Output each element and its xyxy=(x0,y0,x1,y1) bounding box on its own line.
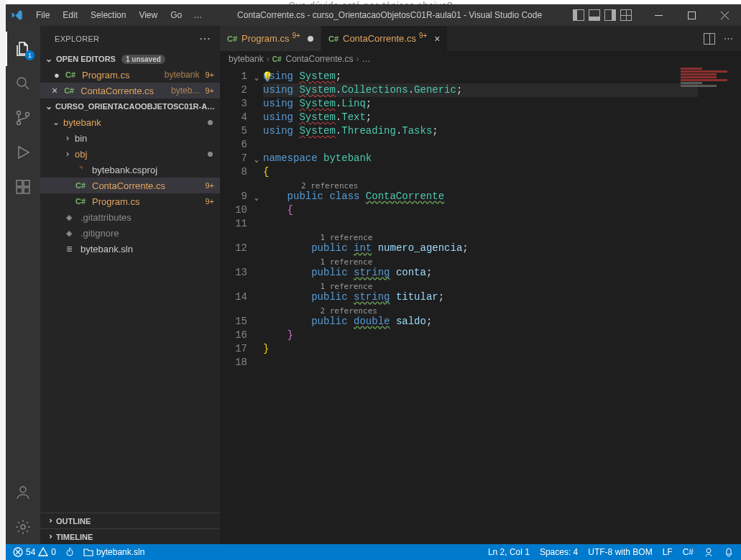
explorer-badge: 1 xyxy=(25,50,34,60)
svg-point-4 xyxy=(17,121,21,125)
status-notifications[interactable] xyxy=(724,547,734,557)
maximize-button[interactable] xyxy=(675,4,708,26)
tree-file[interactable]: ≣bytebank.sln xyxy=(40,241,220,257)
more-actions-icon[interactable]: ⋯ xyxy=(724,33,734,44)
code-line[interactable]: public double saldo; xyxy=(263,315,698,329)
menu-more[interactable]: … xyxy=(189,7,206,23)
customize-layout-icon[interactable] xyxy=(620,9,632,21)
chevron-right-icon: ⌄ xyxy=(45,533,54,541)
code-editor[interactable]: 1⌄💡234567⌄89⌄101112131415161718 using Sy… xyxy=(220,67,741,544)
code-line[interactable]: } xyxy=(263,342,698,356)
extensions-icon xyxy=(14,178,32,196)
menu-selection[interactable]: Selection xyxy=(85,7,132,23)
timeline-label: TIMELINE xyxy=(56,533,93,541)
tree-file[interactable]: ◆.gitattributes xyxy=(40,209,220,225)
status-indentation[interactable]: Spaces: 4 xyxy=(540,547,578,557)
code-line[interactable] xyxy=(263,217,698,231)
status-eol[interactable]: LF xyxy=(663,547,673,557)
svg-rect-8 xyxy=(24,188,29,193)
minimap[interactable] xyxy=(681,67,731,96)
activity-source-control[interactable] xyxy=(6,101,40,135)
menu-view[interactable]: View xyxy=(133,7,163,23)
code-line[interactable]: { xyxy=(263,165,698,179)
tree-folder[interactable]: ⌄bytebank xyxy=(40,114,220,130)
toggle-secondary-sidebar-icon[interactable] xyxy=(604,9,616,21)
close-editor-icon[interactable]: × xyxy=(52,85,57,96)
tree-file[interactable]: ⌝bytebank.csproj xyxy=(40,162,220,178)
code-line[interactable]: using System.Text; xyxy=(263,111,698,124)
activity-search[interactable] xyxy=(6,66,40,101)
status-problems[interactable]: 54 0 xyxy=(13,547,56,557)
menu-go[interactable]: Go xyxy=(165,7,188,23)
code-line[interactable] xyxy=(263,138,698,152)
chevron-right-icon: ⌄ xyxy=(45,517,54,525)
svg-rect-9 xyxy=(24,180,29,186)
status-live-server[interactable] xyxy=(65,547,75,557)
code-line[interactable]: using System.Collections.Generic; xyxy=(263,83,698,97)
sidebar-header: EXPLORER ⋯ xyxy=(40,26,220,51)
activity-extensions[interactable] xyxy=(6,170,40,204)
open-editors-section[interactable]: ⌄ OPEN EDITORS 1 unsaved xyxy=(40,51,220,67)
open-editor-item[interactable]: × C# ContaCorrente.cs byteb... 9+ xyxy=(40,83,220,98)
timeline-section[interactable]: ⌄ TIMELINE xyxy=(40,528,220,544)
account-icon xyxy=(14,484,32,501)
status-encoding[interactable]: UTF-8 with BOM xyxy=(588,547,652,557)
sidebar-title: EXPLORER xyxy=(55,35,99,43)
codelens[interactable]: 1 reference xyxy=(263,255,698,266)
tree-file[interactable]: C#ContaCorrente.cs9+ xyxy=(40,178,220,193)
vertical-scrollbar[interactable] xyxy=(731,67,741,544)
csproj-icon: ⌝ xyxy=(75,165,86,175)
toggle-primary-sidebar-icon[interactable] xyxy=(573,9,584,21)
menu-edit[interactable]: Edit xyxy=(57,7,83,23)
code-line[interactable]: } xyxy=(263,329,698,342)
crumb-root[interactable]: bytebank xyxy=(229,54,264,64)
tab-name: ContaCorrente.cs xyxy=(343,33,416,44)
open-editor-item[interactable]: ● C# Program.cs bytebank 9+ xyxy=(40,67,220,83)
problems-badge: 9+ xyxy=(293,32,300,40)
code-line[interactable]: using System; xyxy=(263,70,698,83)
codelens[interactable]: 1 reference xyxy=(263,231,698,242)
toggle-panel-icon[interactable] xyxy=(589,9,600,21)
code-line[interactable]: public int numero_agencia; xyxy=(263,242,698,255)
close-tab-icon[interactable]: × xyxy=(434,33,440,45)
code-line[interactable]: public class ContaCorrente xyxy=(263,190,698,203)
close-button[interactable] xyxy=(708,4,741,26)
code-line[interactable]: using System.Linq; xyxy=(263,97,698,111)
codelens[interactable]: 1 reference xyxy=(263,280,698,290)
code-line[interactable]: namespace bytebank xyxy=(263,152,698,165)
item-label: bin xyxy=(75,133,214,144)
activity-run-debug[interactable] xyxy=(6,135,40,170)
activity-settings[interactable] xyxy=(6,510,40,544)
breadcrumb[interactable]: bytebank › C# ContaCorrente.cs › … xyxy=(220,51,741,67)
activity-accounts[interactable] xyxy=(6,475,40,510)
code-line[interactable]: public string conta; xyxy=(263,266,698,280)
outline-section[interactable]: ⌄ OUTLINE xyxy=(40,513,220,528)
sidebar-more-icon[interactable]: ⋯ xyxy=(199,32,211,45)
status-solution[interactable]: bytebank.sln xyxy=(83,547,144,557)
editor-tab[interactable]: C# Program.cs 9+ xyxy=(220,26,321,51)
solution-icon: ≣ xyxy=(63,244,75,254)
code-line[interactable] xyxy=(263,356,698,369)
status-language[interactable]: C# xyxy=(683,547,694,557)
codelens[interactable]: 2 references xyxy=(263,304,698,315)
code-line[interactable]: using System.Threading.Tasks; xyxy=(263,124,698,138)
tree-folder[interactable]: ›obj xyxy=(40,146,220,162)
minimize-button[interactable] xyxy=(642,4,675,26)
item-label: bytebank.sln xyxy=(80,244,214,254)
codelens[interactable]: 2 references xyxy=(263,179,698,190)
tree-file[interactable]: ◆.gitignore xyxy=(40,225,220,241)
menu-file[interactable]: File xyxy=(30,7,55,23)
status-feedback[interactable] xyxy=(704,547,714,557)
editor-tab[interactable]: C# ContaCorrente.cs 9+ × xyxy=(321,26,448,51)
workspace-section[interactable]: ⌄ CURSO_ORIENTACAOOBJETOSC01R-AULA... xyxy=(40,98,220,114)
status-cursor-position[interactable]: Ln 2, Col 1 xyxy=(488,547,530,557)
code-content[interactable]: using System;using System.Collections.Ge… xyxy=(263,70,698,369)
split-editor-icon[interactable] xyxy=(704,33,715,45)
activity-explorer[interactable]: 1 xyxy=(6,32,40,66)
code-line[interactable]: { xyxy=(263,203,698,217)
outline-label: OUTLINE xyxy=(56,517,91,525)
tree-folder[interactable]: ›bin xyxy=(40,130,220,146)
crumb-file[interactable]: ContaCorrente.cs xyxy=(286,54,354,64)
code-line[interactable]: public string titular; xyxy=(263,290,698,304)
tree-file[interactable]: C#Program.cs9+ xyxy=(40,193,220,209)
